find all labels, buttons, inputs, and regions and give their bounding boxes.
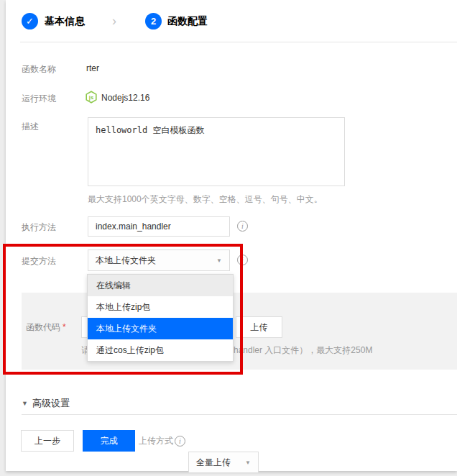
required-asterisk: * xyxy=(63,322,66,332)
runtime-value: Nodejs12.16 xyxy=(101,93,149,103)
description-hint: 最大支持1000个英文字母、数字、空格、逗号、句号、中文。 xyxy=(88,193,323,206)
upload-mode-info-icon[interactable]: i xyxy=(175,436,185,447)
description-textarea[interactable]: helloworld 空白模板函数 xyxy=(88,117,345,186)
finish-button[interactable]: 完成 xyxy=(83,430,135,452)
page-background: ✓ 基本信息 › 2 函数配置 函数名称 rter 运行环境 js Nodejs… xyxy=(0,0,457,476)
upload-mode-label: 上传方式 xyxy=(139,435,173,447)
submit-method-label: 提交方法 xyxy=(22,255,56,267)
dropdown-option-upload-folder[interactable]: 本地上传文件夹 xyxy=(88,318,233,339)
triangle-down-icon: ▼ xyxy=(22,400,28,407)
submit-method-dropdown: 在线编辑 本地上传zip包 本地上传文件夹 通过cos上传zip包 xyxy=(87,274,234,362)
step2-number: 2 xyxy=(151,16,156,27)
code-hint-suffix: handler 入口文件），最大支持250M xyxy=(234,344,372,357)
advanced-settings-toggle[interactable]: ▼ 高级设置 xyxy=(22,397,70,410)
description-label: 描述 xyxy=(22,121,39,133)
runtime-label: 运行环境 xyxy=(22,93,56,105)
step1-label: 基本信息 xyxy=(45,15,85,28)
advanced-settings-label: 高级设置 xyxy=(32,397,70,410)
upload-mode-select[interactable]: 全量上传 ▼ xyxy=(188,452,259,473)
caret-down-icon: ▼ xyxy=(245,459,251,466)
svg-text:js: js xyxy=(88,94,93,101)
step2-label: 函数配置 xyxy=(167,15,208,28)
submit-method-info-icon[interactable]: i xyxy=(237,255,248,265)
handler-input[interactable]: index.main_handler xyxy=(88,216,230,237)
check-icon: ✓ xyxy=(26,16,34,27)
caret-down-icon: ▼ xyxy=(216,257,222,264)
handler-label: 执行方法 xyxy=(22,221,56,234)
submit-method-select[interactable]: 本地上传文件夹 ▼ xyxy=(88,250,230,271)
step2-circle: 2 xyxy=(145,13,162,29)
header-divider xyxy=(20,42,457,42)
dropdown-option-online-edit[interactable]: 在线编辑 xyxy=(88,275,233,296)
footer-divider xyxy=(22,414,457,415)
step1-done-circle: ✓ xyxy=(22,13,38,29)
function-config-card: ✓ 基本信息 › 2 函数配置 函数名称 rter 运行环境 js Nodejs… xyxy=(6,0,457,471)
chevron-right-icon: › xyxy=(112,14,116,27)
submit-method-value: 本地上传文件夹 xyxy=(96,255,156,267)
upload-mode-label-group: 上传方式 i xyxy=(139,435,185,447)
previous-step-button[interactable]: 上一步 xyxy=(21,430,74,452)
upload-mode-value: 全量上传 xyxy=(196,457,231,469)
function-name-label: 函数名称 xyxy=(22,63,56,75)
upload-button[interactable]: 上传 xyxy=(236,316,282,338)
dropdown-option-cos-zip[interactable]: 通过cos上传zip包 xyxy=(88,339,233,361)
nodejs-icon: js xyxy=(85,91,98,104)
dropdown-option-upload-zip[interactable]: 本地上传zip包 xyxy=(88,296,233,318)
function-name-value: rter xyxy=(86,63,99,73)
function-code-label: 函数代码* xyxy=(26,321,66,334)
handler-info-icon[interactable]: i xyxy=(237,221,248,232)
